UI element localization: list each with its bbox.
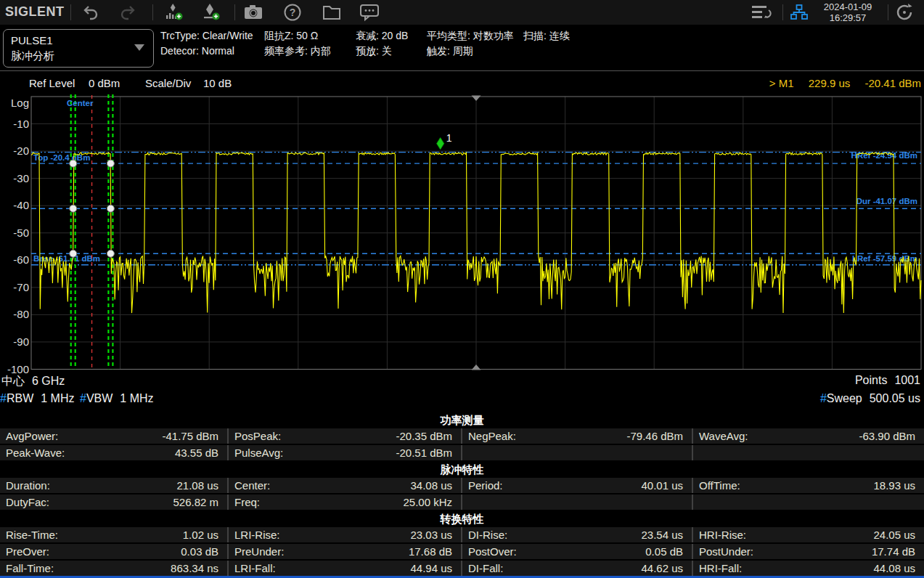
- cell-value: 0.03 dB: [181, 545, 218, 558]
- spectrum-analyzer-screen: { "topbar": { "brand": "SIGLENT", "date"…: [0, 0, 924, 578]
- cell-label: Period:: [468, 479, 503, 492]
- cell-value: -20.35 dBm: [396, 430, 452, 442]
- cell-value: 43.55 dB: [175, 447, 218, 459]
- cell-label: Duration:: [6, 479, 50, 492]
- y-axis-tick-label: -60: [13, 253, 29, 266]
- rbw-readout[interactable]: #RBW1 MHz: [0, 392, 74, 405]
- marker-1-id-label: 1: [446, 132, 452, 144]
- cell-value: -79.46 dBm: [626, 430, 683, 442]
- table-section-title: 脉冲特性: [0, 462, 924, 477]
- cell-label: DI-Rise:: [468, 529, 507, 541]
- table-cell: Freq:25.00 kHz: [229, 494, 461, 510]
- table-cell: PreUnder:17.68 dB: [229, 544, 461, 559]
- y-axis-tick-label: -70: [13, 281, 29, 293]
- table-cell: DutyFac:526.82 m: [0, 494, 227, 510]
- gate-handle[interactable]: [107, 250, 114, 257]
- cell-value: 44.62 us: [641, 562, 683, 574]
- cell-label: Freq:: [234, 496, 260, 508]
- cell-label: PreUnder:: [234, 545, 284, 558]
- cell-label: PostOver:: [468, 545, 517, 558]
- table-row: DutyFac:526.82 mFreq:25.00 kHz: [0, 494, 924, 510]
- cell-value: 23.54 us: [641, 529, 683, 541]
- cell-value: 1.02 us: [183, 529, 218, 541]
- y-axis-tick-label: -80: [13, 308, 29, 320]
- cell-value: 25.00 kHz: [403, 496, 452, 508]
- cell-value: 21.08 us: [176, 479, 218, 492]
- table-cell: HRI-Rise:24.05 us: [693, 527, 924, 542]
- y-axis-tick-label: -50: [13, 227, 29, 239]
- cell-label: PulseAvg:: [234, 447, 283, 459]
- table-cell: Duration:21.08 us: [0, 478, 227, 493]
- cell-value: 17.68 dB: [409, 545, 452, 558]
- cell-value: 44.08 us: [873, 562, 915, 574]
- table-cell: Period:40.01 us: [462, 478, 692, 493]
- table-cell: [693, 494, 924, 510]
- marker-1-diamond-icon[interactable]: [437, 138, 444, 150]
- bottom-center-triangle-icon[interactable]: [472, 365, 481, 370]
- cell-value: 17.74 dB: [872, 545, 915, 558]
- table-cell: LRI-Fall:44.94 us: [229, 561, 461, 576]
- y-axis-tick-label: -40: [13, 199, 29, 211]
- table-cell: AvgPower:-41.75 dBm: [0, 428, 227, 444]
- gate-handle[interactable]: [107, 160, 114, 167]
- cell-value: 0.05 dB: [645, 545, 683, 558]
- y-axis-tick-label: -100: [7, 363, 29, 375]
- table-cell: OffTime:18.93 us: [693, 478, 924, 493]
- cell-value: 24.05 us: [873, 529, 915, 541]
- cell-label: WaveAvg:: [699, 430, 748, 442]
- gate-handle[interactable]: [70, 160, 77, 167]
- threshold-label-href: HRef -24.54 dBm: [851, 151, 917, 160]
- gate-handle[interactable]: [70, 250, 77, 257]
- cell-label: DutyFac:: [6, 496, 49, 508]
- cell-value: -20.51 dBm: [396, 447, 452, 459]
- table-row: Peak-Wave:43.55 dBPulseAvg:-20.51 dBm: [0, 445, 924, 460]
- table-cell: HRI-Fall:44.08 us: [693, 561, 924, 576]
- y-axis-scale-label: Log: [11, 97, 29, 109]
- cell-value: 18.93 us: [873, 479, 915, 492]
- points-readout: Points1001: [855, 374, 920, 387]
- table-cell: PulseAvg:-20.51 dBm: [229, 445, 461, 460]
- vbw-readout[interactable]: #VBW1 MHz: [80, 392, 154, 405]
- table-section-title: 功率测量: [0, 412, 924, 428]
- table-cell: WaveAvg:-63.90 dBm: [693, 428, 924, 444]
- gate-handle[interactable]: [70, 205, 77, 212]
- cell-label: LRI-Fall:: [234, 562, 276, 574]
- table-cell: NegPeak:-79.46 dBm: [462, 428, 692, 444]
- cell-label: AvgPower:: [6, 430, 58, 442]
- cell-value: 526.82 m: [173, 496, 218, 508]
- cell-label: HRI-Rise:: [699, 529, 746, 541]
- cell-label: DI-Fall:: [468, 562, 503, 574]
- table-cell: [693, 445, 924, 460]
- center-freq-readout[interactable]: 中心6 GHz: [1, 374, 65, 389]
- measurement-tables: 功率测量AvgPower:-41.75 dBmPosPeak:-20.35 dB…: [0, 412, 924, 577]
- gate-handle[interactable]: [107, 205, 114, 212]
- table-cell: [462, 445, 692, 460]
- cell-value: -41.75 dBm: [162, 430, 218, 442]
- sweep-time-readout[interactable]: #Sweep500.05 us: [820, 392, 920, 405]
- table-row: Fall-Time:863.34 nsLRI-Fall:44.94 usDI-F…: [0, 561, 924, 576]
- cell-label: Peak-Wave:: [6, 447, 65, 459]
- cell-value: 34.08 us: [410, 479, 452, 492]
- cell-value: 44.94 us: [410, 562, 452, 574]
- threshold-label-dur: Dur -41.07 dBm: [856, 197, 917, 205]
- cell-label: LRI-Rise:: [234, 529, 280, 541]
- y-axis-tick-label: -90: [13, 335, 29, 348]
- table-row: AvgPower:-41.75 dBmPosPeak:-20.35 dBmNeg…: [0, 428, 924, 444]
- y-axis-tick-label: -10: [13, 118, 29, 130]
- table-section-title: 转换特性: [0, 511, 924, 526]
- table-cell: PostUnder:17.74 dB: [693, 544, 924, 559]
- gate-center-label: Center: [67, 99, 94, 107]
- cell-value: 40.01 us: [641, 479, 683, 492]
- top-center-triangle-icon[interactable]: [472, 96, 481, 102]
- table-cell: DI-Fall:44.62 us: [462, 561, 692, 576]
- table-cell: Rise-Time:1.02 us: [0, 527, 227, 542]
- table-cell: DI-Rise:23.54 us: [462, 527, 692, 542]
- cell-label: OffTime:: [699, 479, 740, 492]
- cell-label: PosPeak:: [234, 430, 281, 442]
- cell-label: NegPeak:: [468, 430, 516, 442]
- cell-value: 863.34 ns: [171, 562, 218, 574]
- table-row: PreOver:0.03 dBPreUnder:17.68 dBPostOver…: [0, 544, 924, 559]
- cell-value: 23.03 us: [410, 529, 452, 541]
- table-cell: LRI-Rise:23.03 us: [229, 527, 461, 542]
- table-row: Duration:21.08 usCenter:34.08 usPeriod:4…: [0, 478, 924, 493]
